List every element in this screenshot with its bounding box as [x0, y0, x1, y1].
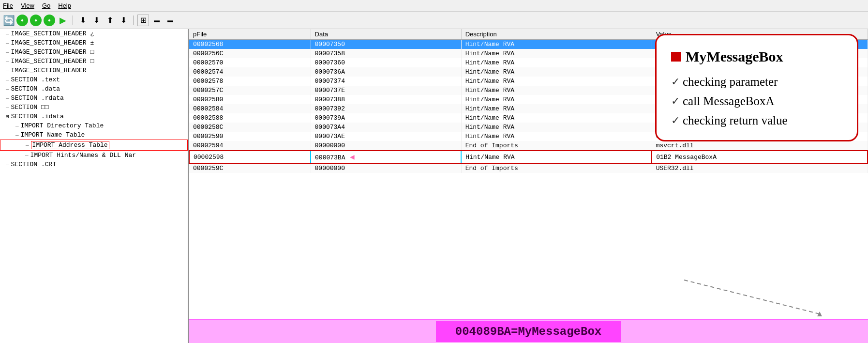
- tree-item-import_addr[interactable]: —IMPORT Address Table: [0, 140, 188, 151]
- cell-pfile: 00002594: [189, 141, 311, 151]
- annotation-item-text: checking return value: [683, 111, 788, 130]
- tree-item-sec_data[interactable]: —SECTION .data: [0, 84, 188, 94]
- tree-item-label: SECTION .data: [11, 85, 60, 93]
- cell-data: 00007374: [311, 77, 461, 86]
- cell-description: Hint/Name RVA: [461, 151, 652, 163]
- cell-description: Hint/Name RVA: [461, 86, 652, 95]
- tree-dash-icon: —: [6, 31, 9, 37]
- cell-description: Hint/Name RVA: [461, 49, 652, 58]
- annotation-item: ✓call MessageBoxA: [671, 92, 842, 111]
- cell-description: End of Imports: [461, 141, 652, 151]
- tree-item-sec_idata[interactable]: ⊟SECTION .idata: [0, 112, 188, 121]
- cell-value: USER32.dll: [652, 163, 868, 173]
- annotation-item-text: checking parameter: [683, 72, 778, 92]
- cell-pfile: 00002580: [189, 95, 311, 104]
- col-description: Description: [461, 29, 652, 40]
- tree-item-label: IMPORT Directory Table: [21, 122, 104, 129]
- menu-file[interactable]: File: [3, 2, 13, 9]
- cell-value: 01B2 MessageBoxA: [652, 151, 868, 163]
- cell-data: 00000000: [311, 163, 461, 173]
- toolbar-back-btn[interactable]: ●: [16, 15, 28, 26]
- tree-item-ish3[interactable]: —IMAGE_SECTION_HEADER □: [0, 47, 188, 57]
- tree-panel[interactable]: —IMAGE_SECTION_HEADER ¿—IMAGE_SECTION_HE…: [0, 29, 189, 343]
- col-data: Data: [311, 29, 461, 40]
- cell-pfile: 00002584: [189, 104, 311, 113]
- tree-item-sec_sq[interactable]: —SECTION □□: [0, 103, 188, 112]
- cell-data: 00007358: [311, 49, 461, 58]
- cell-description: Hint/Name RVA: [461, 77, 652, 86]
- menu-go[interactable]: Go: [42, 2, 50, 9]
- expand-icon[interactable]: ⊟: [6, 113, 9, 120]
- tree-item-import_dir[interactable]: —IMPORT Directory Table: [0, 121, 188, 130]
- toolbar-fwd-btn[interactable]: ●: [30, 15, 42, 26]
- toolbar-separator-2: [133, 16, 134, 25]
- annotation-title-text: MyMessageBox: [686, 45, 783, 68]
- checkmark-icon: ✓: [671, 73, 680, 90]
- tree-item-ish4[interactable]: —IMAGE_SECTION_HEADER □: [0, 57, 188, 66]
- cell-description: Hint/Name RVA: [461, 123, 652, 132]
- toolbar-separator-1: [73, 16, 73, 25]
- tree-item-label: SECTION □□: [11, 104, 49, 111]
- toolbar-savedown2-btn[interactable]: ⬇: [118, 15, 129, 26]
- tree-item-label: IMPORT Address Table: [31, 141, 109, 149]
- tree-dash-icon: —: [6, 86, 9, 92]
- tree-item-label: IMAGE_SECTION_HEADER ¿: [11, 30, 94, 37]
- cell-data: 0000737E: [311, 86, 461, 95]
- menu-help[interactable]: Help: [58, 2, 71, 9]
- tree-item-ish2[interactable]: —IMAGE_SECTION_HEADER ±: [0, 38, 188, 47]
- annotation-item: ✓checking return value: [671, 111, 842, 130]
- annotation-item-text: call MessageBoxA: [683, 92, 775, 111]
- annotation-title: MyMessageBox: [671, 45, 842, 68]
- cell-pfile: 0000258C: [189, 123, 311, 132]
- app-window: File View Go Help 🔄 ● ● ● ▶ ⬇ ⬇ ⬆ ⬇ ⊞ ▬ …: [0, 0, 868, 343]
- cell-pfile: 00002598: [189, 151, 311, 163]
- cell-value: msvcrt.dll: [652, 141, 868, 151]
- table-row[interactable]: 00002598000073BA ◀Hint/Name RVA01B2 Mess…: [189, 151, 868, 163]
- tree-item-sec_text[interactable]: —SECTION .text: [0, 75, 188, 84]
- tree-dash-icon: —: [15, 132, 19, 138]
- tree-dash-icon: —: [6, 162, 9, 168]
- table-row[interactable]: 0000259C00000000End of ImportsUSER32.dll: [189, 163, 868, 173]
- tree-dash-icon: —: [6, 49, 9, 55]
- tree-item-label: IMPORT Name Table: [21, 131, 85, 139]
- cell-description: Hint/Name RVA: [461, 58, 652, 67]
- toolbar-filter-btn[interactable]: ⬇: [90, 15, 102, 26]
- tree-item-ish5[interactable]: —IMAGE_SECTION_HEADER: [0, 66, 188, 75]
- tree-dash-icon: —: [6, 68, 9, 74]
- toolbar-refresh-btn[interactable]: 🔄: [3, 15, 15, 26]
- toolbar-next-btn[interactable]: ▶: [57, 15, 69, 26]
- tree-item-import_name[interactable]: —IMPORT Name Table: [0, 130, 188, 140]
- tree-dash-icon: —: [26, 142, 29, 148]
- cell-data: 0000736A: [311, 67, 461, 77]
- tree-item-label: IMAGE_SECTION_HEADER □: [11, 48, 94, 56]
- cell-pfile: 00002574: [189, 67, 311, 77]
- tree-item-import_hints[interactable]: —IMPORT Hints/Names & DLL Nar: [0, 151, 188, 160]
- cell-description: Hint/Name RVA: [461, 95, 652, 104]
- toolbar-view-flat-btn[interactable]: ▬: [151, 15, 163, 26]
- tree-dash-icon: —: [15, 123, 19, 129]
- cell-pfile: 00002588: [189, 113, 311, 123]
- tree-item-label: IMAGE_SECTION_HEADER: [11, 67, 87, 74]
- cell-pfile: 00002570: [189, 58, 311, 67]
- toolbar-view-table-btn[interactable]: ⊞: [137, 15, 149, 26]
- toolbar-stop-btn[interactable]: ●: [44, 15, 55, 26]
- cell-description: Hint/Name RVA: [461, 104, 652, 113]
- toolbar-saveup-btn[interactable]: ⬆: [104, 15, 116, 26]
- cell-description: Hint/Name RVA: [461, 40, 652, 49]
- tree-item-label: IMPORT Hints/Names & DLL Nar: [30, 152, 136, 159]
- toolbar-savedown-btn[interactable]: ⬇: [77, 15, 89, 26]
- tree-item-sec_rdata[interactable]: —SECTION .rdata: [0, 94, 188, 103]
- toolbar-view-narrow-btn[interactable]: ▬: [165, 15, 176, 26]
- tree-item-ish1[interactable]: —IMAGE_SECTION_HEADER ¿: [0, 29, 188, 38]
- bottom-bar: 004089BA=MyMessageBox: [189, 319, 868, 343]
- tree-dash-icon: —: [6, 40, 9, 46]
- menu-view[interactable]: View: [21, 2, 34, 9]
- cell-pfile: 0000259C: [189, 163, 311, 173]
- cell-description: End of Imports: [461, 163, 652, 173]
- tree-item-label: SECTION .rdata: [11, 94, 64, 102]
- table-row[interactable]: 0000259400000000End of Importsmsvcrt.dll: [189, 141, 868, 151]
- tree-item-label: SECTION .CRT: [11, 161, 57, 168]
- cell-description: Hint/Name RVA: [461, 67, 652, 77]
- cell-pfile: 00002590: [189, 132, 311, 141]
- tree-item-sec_crt[interactable]: —SECTION .CRT: [0, 160, 188, 169]
